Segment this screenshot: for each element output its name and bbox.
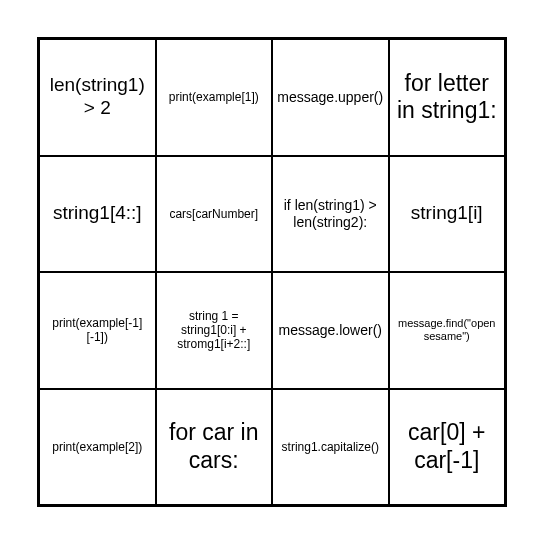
bingo-cell: cars[carNumber] [156, 156, 273, 273]
bingo-cell: if len(string1) > len(string2): [272, 156, 389, 273]
bingo-cell: message.lower() [272, 272, 389, 389]
bingo-grid: len(string1) > 2 print(example[1]) messa… [37, 37, 507, 507]
bingo-cell: print(example[-1][-1]) [39, 272, 156, 389]
bingo-cell: for car in cars: [156, 389, 273, 506]
bingo-cell: string 1 = string1[0:i] + stromg1[i+2::] [156, 272, 273, 389]
bingo-cell: car[0] + car[-1] [389, 389, 506, 506]
bingo-cell: len(string1) > 2 [39, 39, 156, 156]
bingo-cell: string1[4::] [39, 156, 156, 273]
bingo-cell: message.upper() [272, 39, 389, 156]
bingo-cell: print(example[2]) [39, 389, 156, 506]
bingo-cell: print(example[1]) [156, 39, 273, 156]
bingo-cell: string1.capitalize() [272, 389, 389, 506]
bingo-cell: message.find("open sesame") [389, 272, 506, 389]
bingo-cell: string1[i] [389, 156, 506, 273]
bingo-cell: for letter in string1: [389, 39, 506, 156]
